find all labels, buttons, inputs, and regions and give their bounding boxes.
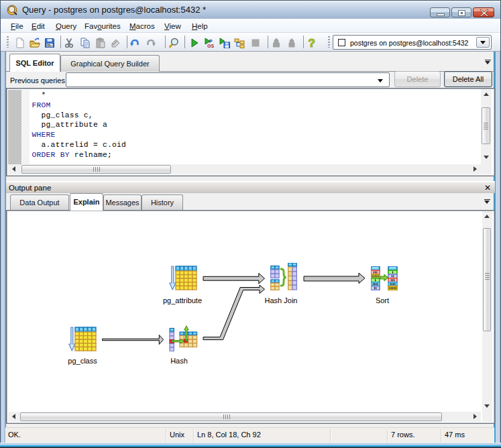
svg-text:GS: GS <box>207 44 214 48</box>
svg-text:P: P <box>209 39 213 44</box>
svg-text:?: ? <box>309 38 315 48</box>
